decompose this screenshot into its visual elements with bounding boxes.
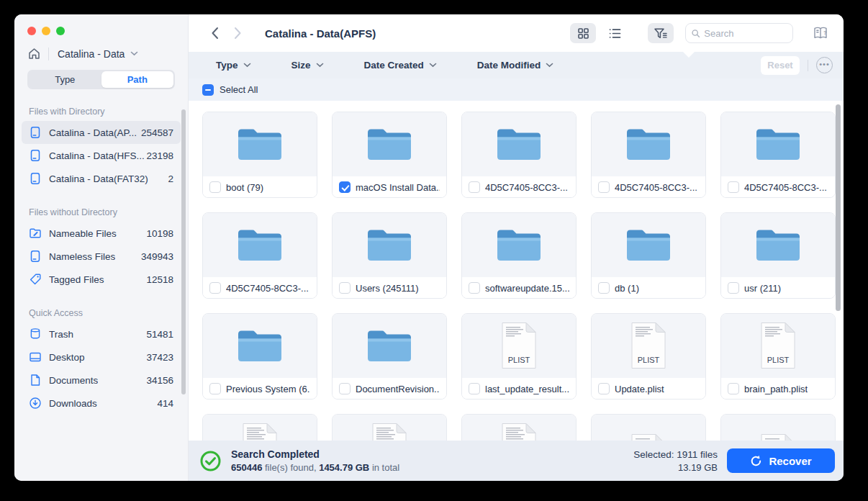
file-card[interactable]: db (1) [591, 212, 706, 299]
file-checkbox[interactable] [728, 383, 739, 394]
file-checkbox[interactable] [728, 181, 739, 193]
file-card-label-row: DocumentRevision... [333, 378, 446, 400]
file-card-label-row: 4D5C7405-8CC3-... [203, 277, 317, 299]
search-status: Search Completed 650446 file(s) found, 1… [231, 448, 399, 473]
home-icon[interactable] [27, 47, 41, 60]
folder-icon [625, 125, 672, 161]
file-checkbox[interactable] [209, 383, 221, 394]
sidebar-item[interactable]: Nameable Files 10198 [22, 222, 181, 245]
file-checkbox[interactable] [339, 282, 351, 294]
file-card[interactable] [591, 414, 706, 441]
forward-button[interactable] [229, 24, 246, 42]
document-icon [240, 423, 279, 441]
filter-button[interactable] [648, 23, 674, 43]
file-card[interactable]: PLIST last_update_result.... [461, 313, 577, 400]
total-size: 1454.79 GB [319, 462, 369, 473]
file-icon-area [333, 415, 446, 441]
file-card[interactable]: PLIST brain_path.plist [720, 313, 836, 400]
minimize-window-button[interactable] [42, 27, 50, 35]
tab-path[interactable]: Path [101, 71, 174, 88]
file-checkbox[interactable] [339, 181, 351, 193]
device-selector[interactable]: Catalina - Data [27, 47, 188, 60]
document-icon [629, 433, 668, 441]
file-card[interactable]: PLIST Update.plist [591, 313, 706, 400]
file-checkbox[interactable] [598, 181, 610, 193]
folder-icon [496, 226, 542, 262]
sidebar-scrollbar[interactable] [181, 109, 186, 394]
search-input[interactable] [704, 28, 787, 39]
file-checkbox[interactable] [469, 383, 480, 394]
sidebar-section-items: Nameable Files 10198 Nameless Files 3499… [14, 222, 188, 291]
document-icon [499, 423, 538, 441]
sidebar-item[interactable]: Downloads 414 [22, 392, 181, 415]
file-card[interactable]: boot (79) [202, 112, 317, 198]
close-window-button[interactable] [27, 27, 36, 35]
file-card[interactable] [720, 414, 836, 441]
file-checkbox[interactable] [209, 181, 221, 193]
file-card[interactable]: macOS Install Data... [332, 112, 447, 198]
sidebar-item[interactable]: Tagged Files 12518 [22, 268, 181, 291]
chevron-down-icon [243, 63, 251, 68]
more-options-button[interactable]: ••• [816, 57, 833, 73]
filter-dropdown[interactable]: Date Created [364, 60, 437, 71]
select-all-checkbox[interactable] [202, 84, 214, 96]
device-selector-label[interactable]: Catalina - Data [58, 48, 125, 60]
file-card[interactable]: usr (211) [720, 212, 836, 299]
zoom-window-button[interactable] [56, 27, 65, 35]
toolbar-right: ? [570, 23, 833, 43]
filter-dropdown[interactable]: Size [291, 60, 324, 71]
plist-icon: PLIST [629, 322, 668, 369]
trash-icon [29, 328, 42, 340]
sidebar-item[interactable]: Catalina - Data(FAT32) 2 [22, 167, 181, 190]
tab-type[interactable]: Type [29, 71, 101, 88]
sidebar-item-label: Nameless Files [49, 251, 115, 262]
sidebar-section-title: Files with Directory [29, 107, 188, 117]
sidebar-item[interactable]: Catalina - Data(AP... 254587 [22, 121, 181, 144]
file-checkbox[interactable] [728, 282, 739, 294]
file-card[interactable]: Previous System (6... [202, 313, 317, 400]
sidebar-item[interactable]: Documents 34156 [22, 369, 181, 392]
sidebar-item-count: 349943 [141, 251, 173, 262]
filter-dropdown[interactable]: Type [216, 60, 251, 71]
file-checkbox[interactable] [598, 282, 610, 294]
file-card[interactable] [202, 414, 317, 441]
file-card[interactable]: DocumentRevision... [332, 313, 447, 400]
sidebar-section-title: Files without Directory [29, 207, 188, 217]
file-checkbox[interactable] [339, 383, 351, 394]
file-label: boot (79) [226, 182, 263, 193]
folder-icon [237, 327, 283, 363]
sidebar-item[interactable]: Trash 51481 [22, 322, 181, 346]
file-card[interactable] [332, 414, 447, 441]
file-card[interactable]: 4D5C7405-8CC3-... [720, 112, 836, 198]
file-card[interactable] [461, 414, 577, 441]
file-card[interactable]: 4D5C7405-8CC3-... [202, 212, 317, 299]
file-label: db (1) [615, 283, 639, 294]
file-checkbox[interactable] [598, 383, 610, 394]
file-checkbox[interactable] [209, 282, 221, 294]
reset-button[interactable]: Reset [761, 56, 800, 75]
folder-icon [755, 125, 801, 161]
file-card[interactable]: Users (245111) [332, 212, 447, 299]
list-view-button[interactable] [602, 23, 628, 43]
file-card-label-row: brain_path.plist [721, 378, 835, 400]
sidebar-item[interactable]: Nameless Files 349943 [22, 245, 181, 268]
file-card[interactable]: 4D5C7405-8CC3-... [461, 112, 577, 198]
sidebar-item[interactable]: Desktop 37423 [22, 346, 181, 369]
file-card[interactable]: 4D5C7405-8CC3-... [591, 112, 706, 198]
help-manual-button[interactable]: ? [808, 23, 833, 43]
file-checkbox[interactable] [469, 181, 480, 193]
sidebar-section-title: Quick Access [29, 308, 188, 318]
recover-button[interactable]: Recover [727, 448, 835, 473]
sidebar-item-label: Nameable Files [49, 228, 117, 239]
file-checkbox[interactable] [469, 282, 480, 294]
filter-dropdown[interactable]: Date Modified [477, 60, 554, 71]
plist-icon: PLIST [499, 322, 538, 369]
sidebar-item[interactable]: Catalina - Data(HFS... 23198 [22, 144, 181, 167]
search-field[interactable] [685, 23, 793, 43]
content-scrollbar[interactable] [836, 104, 841, 311]
file-card[interactable]: softwareupdate.15... [461, 212, 577, 299]
found-text: file(s) found, [262, 462, 319, 473]
toolbar: Catalina - Data(APFS) ? [189, 14, 844, 52]
grid-view-button[interactable] [570, 23, 596, 43]
back-button[interactable] [206, 24, 223, 42]
